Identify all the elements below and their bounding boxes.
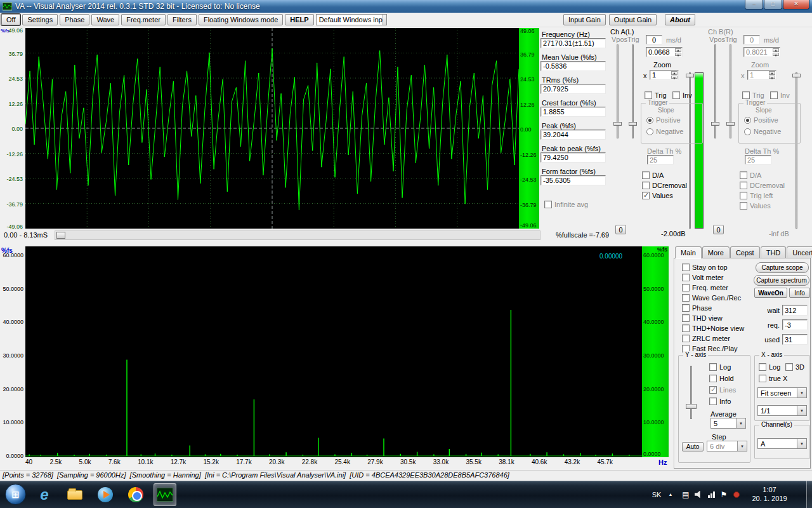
- dropdown-arrow-icon[interactable]: ▼: [797, 439, 806, 448]
- checkbox-box[interactable]: [709, 398, 717, 405]
- checkbox-box[interactable]: [759, 363, 766, 371]
- scrollbar-thumb[interactable]: [56, 232, 65, 239]
- input-gain-button[interactable]: Input Gain: [563, 14, 606, 25]
- zrlc-meter-checkbox[interactable]: ZRLC meter: [682, 335, 730, 342]
- zoom-spinner[interactable]: 1: [747, 70, 776, 80]
- y-log-checkbox[interactable]: Log: [709, 363, 731, 371]
- channel-a-dcremoval-checkbox[interactable]: DCremoval: [642, 182, 687, 189]
- zoom-spinner[interactable]: 1: [650, 70, 679, 80]
- checkbox-box[interactable]: [645, 91, 652, 99]
- channel-b-gain-slider[interactable]: [796, 72, 797, 229]
- checkbox-box[interactable]: [682, 335, 690, 342]
- tray-speaker-icon[interactable]: [693, 481, 704, 508]
- checkbox-box[interactable]: [759, 375, 766, 382]
- checkbox-box[interactable]: [709, 375, 717, 382]
- filters-button[interactable]: Filters: [167, 14, 197, 25]
- delta-threshold-field[interactable]: 25: [745, 155, 771, 164]
- auto-button[interactable]: Auto: [682, 442, 704, 451]
- phase-button[interactable]: Phase: [60, 14, 89, 25]
- floating-windows-button[interactable]: Floating Windows mode: [199, 14, 283, 25]
- chrome-icon[interactable]: [124, 483, 147, 506]
- output-gain-button[interactable]: Output Gain: [609, 14, 657, 25]
- media-player-icon[interactable]: [94, 483, 117, 506]
- file-explorer-icon[interactable]: [63, 483, 86, 506]
- freqmeter-button[interactable]: Freq.meter: [121, 14, 166, 25]
- checkbox-box[interactable]: [682, 324, 690, 332]
- title-bar[interactable]: VA -- Visual Analyser 2014 rel. 0.3.1 ST…: [0, 0, 812, 13]
- step-select[interactable]: 6 div▼: [707, 441, 747, 451]
- y-info-checkbox[interactable]: Info: [709, 398, 731, 405]
- channel-b-gain-thumb[interactable]: [792, 74, 801, 77]
- checkbox-box[interactable]: [742, 91, 750, 99]
- ratio-select[interactable]: 1/1▼: [757, 405, 807, 416]
- spectrum-display[interactable]: 0.00000: [25, 246, 642, 457]
- checkbox-box[interactable]: [682, 284, 690, 291]
- channel-b-trig-checkbox[interactable]: Trig: [742, 91, 764, 99]
- delay-spinner[interactable]: 0.0668: [646, 47, 683, 57]
- dropdown-arrow-icon[interactable]: ▼: [383, 15, 387, 25]
- channel-b-dcremoval-checkbox[interactable]: DCremoval: [740, 182, 785, 189]
- stay-on-top-checkbox[interactable]: Stay on top: [682, 264, 728, 271]
- tab-main[interactable]: Main: [675, 246, 702, 258]
- channel-b-zero-button[interactable]: 0: [713, 225, 724, 234]
- channel-b-negative-radio[interactable]: Negative: [744, 128, 781, 135]
- channel-b-positive-radio[interactable]: Positive: [744, 116, 778, 124]
- checkbox-box[interactable]: [682, 304, 690, 312]
- dropdown-arrow-icon[interactable]: ▼: [736, 418, 745, 428]
- settings-button[interactable]: Settings: [22, 14, 58, 25]
- hidden-icons-chevron-icon[interactable]: ▲: [665, 481, 676, 508]
- tray-action-center-flag-icon[interactable]: ⚑: [718, 481, 730, 508]
- language-indicator[interactable]: SK: [648, 481, 665, 508]
- checkbox-box[interactable]: [642, 192, 650, 199]
- start-button[interactable]: ⊞: [5, 484, 26, 505]
- freq-meter-checkbox[interactable]: Freq. meter: [682, 284, 728, 291]
- channels-select[interactable]: A▼: [757, 438, 807, 449]
- x-3d-checkbox[interactable]: 3D: [785, 363, 804, 371]
- checkbox-box[interactable]: [682, 274, 690, 281]
- channel-b-trigleft-checkbox[interactable]: Trig left: [740, 192, 773, 199]
- info-button[interactable]: Info: [789, 288, 810, 298]
- channel-a-trig-checkbox[interactable]: Trig: [645, 91, 667, 99]
- channel-a-gain-thumb[interactable]: [686, 74, 694, 77]
- checkbox-box[interactable]: [544, 201, 552, 208]
- channel-b-values-checkbox[interactable]: Values: [740, 202, 771, 210]
- checkbox-box[interactable]: [682, 314, 690, 322]
- about-button[interactable]: About: [665, 14, 695, 25]
- dropdown-arrow-icon[interactable]: ▼: [797, 406, 806, 415]
- oscilloscope-display[interactable]: [25, 28, 519, 229]
- phase-checkbox[interactable]: Phase: [682, 304, 712, 312]
- input-device-select[interactable]: Default Windows inp ▼: [316, 14, 387, 25]
- wave-button[interactable]: Wave: [91, 14, 119, 25]
- channel-b-da-checkbox[interactable]: D/A: [740, 171, 761, 179]
- thd-view-checkbox[interactable]: THD view: [682, 314, 723, 322]
- help-button[interactable]: HELP: [285, 14, 313, 25]
- capture-spectrum-button[interactable]: Capture spectrum: [754, 275, 809, 286]
- vpos-slider-thumb[interactable]: [711, 122, 719, 126]
- internet-explorer-icon[interactable]: e: [33, 483, 56, 506]
- y-lines-checkbox[interactable]: Lines: [709, 386, 736, 394]
- maximize-button-icon[interactable]: □: [764, 0, 782, 10]
- checkbox-box[interactable]: [672, 91, 680, 99]
- channel-b-inv-checkbox[interactable]: Inv: [770, 91, 790, 99]
- y-hold-checkbox[interactable]: Hold: [709, 375, 734, 382]
- checkbox-box[interactable]: [642, 182, 650, 189]
- checkbox-box[interactable]: [740, 202, 747, 210]
- thd-noise-view-checkbox[interactable]: THD+Noise view: [682, 324, 744, 332]
- tray-antivirus-icon[interactable]: [731, 481, 742, 508]
- checkbox-box[interactable]: [682, 294, 690, 302]
- checkbox-box[interactable]: [740, 192, 747, 199]
- show-desktop-button[interactable]: [806, 481, 812, 508]
- capture-scope-button[interactable]: Capture scope: [756, 262, 809, 273]
- x-truex-checkbox[interactable]: true X: [759, 375, 787, 382]
- radio-button[interactable]: [744, 117, 751, 124]
- wave-gen-checkbox[interactable]: Wave Gen./Rec: [682, 294, 741, 302]
- y-scale-slider[interactable]: [690, 366, 692, 419]
- checkbox-box[interactable]: [642, 171, 650, 179]
- channel-a-positive-radio[interactable]: Positive: [646, 116, 681, 124]
- average-select[interactable]: 5▼: [710, 418, 746, 429]
- checkbox-box[interactable]: [709, 363, 717, 371]
- channel-a-zero-button[interactable]: 0: [615, 225, 626, 234]
- volt-meter-checkbox[interactable]: Volt meter: [682, 274, 724, 281]
- tray-network-icon[interactable]: [705, 481, 717, 508]
- minimize-button-icon[interactable]: –: [745, 0, 763, 10]
